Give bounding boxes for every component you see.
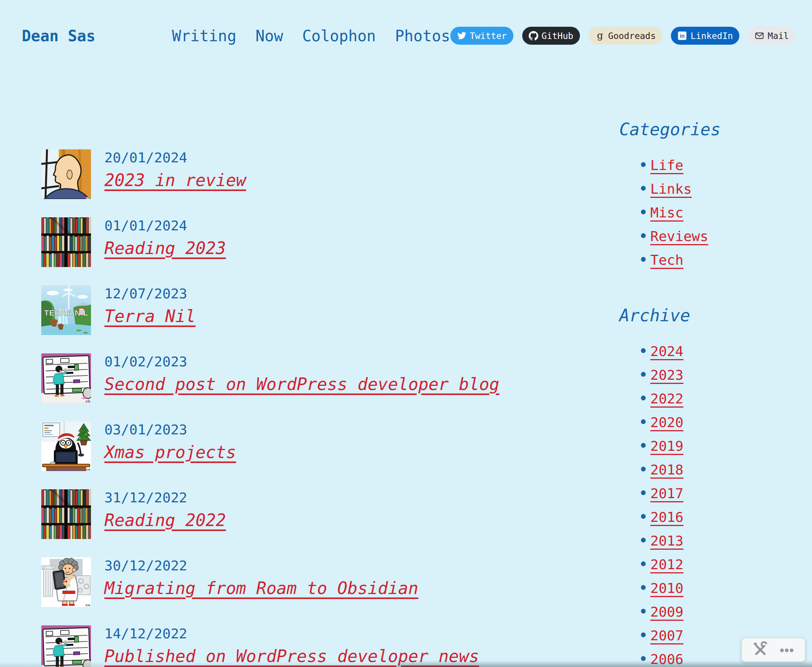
sidebar-list-item: 2018 bbox=[650, 458, 793, 482]
post-title-link[interactable]: Reading 2022 bbox=[104, 510, 226, 530]
sidebar-list-item: Tech bbox=[650, 248, 793, 272]
post-row: 20/01/2024 2023 in review bbox=[41, 149, 619, 199]
sidebar-list-item: 2012 bbox=[650, 553, 793, 576]
post-date: 01/02/2023 bbox=[104, 354, 499, 369]
post-title-link[interactable]: Published on WordPress developer news bbox=[104, 646, 479, 666]
nav-link-photos[interactable]: Photos bbox=[395, 27, 450, 45]
mail-icon bbox=[755, 31, 764, 40]
post-thumbnail[interactable] bbox=[41, 217, 91, 267]
github-icon bbox=[529, 31, 538, 40]
category-link-misc[interactable]: Misc bbox=[650, 205, 684, 221]
post-thumbnail[interactable] bbox=[41, 489, 91, 539]
archive-link-2023[interactable]: 2023 bbox=[650, 367, 684, 383]
archive-link-2013[interactable]: 2013 bbox=[650, 533, 684, 549]
post-date: 31/12/2022 bbox=[104, 490, 226, 505]
svg-text:g: g bbox=[597, 31, 603, 40]
post-thumbnail[interactable] bbox=[41, 557, 91, 607]
post-title-link[interactable]: 2023 in review bbox=[104, 170, 246, 190]
post-title-link[interactable]: Reading 2023 bbox=[104, 238, 226, 258]
post-title-link[interactable]: Terra Nil bbox=[104, 306, 195, 326]
nav-link-now[interactable]: Now bbox=[255, 27, 283, 45]
archive-link-2019[interactable]: 2019 bbox=[650, 438, 684, 454]
archive-link-2024[interactable]: 2024 bbox=[650, 343, 684, 359]
sidebar-list-item: 2022 bbox=[650, 387, 793, 411]
sidebar-list-item: Reviews bbox=[650, 225, 793, 248]
post-row: 30/12/2022 Migrating from Roam to Obsidi… bbox=[41, 557, 619, 607]
post-row: 01/01/2024 Reading 2023 bbox=[41, 217, 619, 267]
sidebar-list-item: 2020 bbox=[650, 411, 793, 434]
categories-heading: Categories bbox=[619, 119, 793, 140]
sidebar-list-item: 2009 bbox=[650, 600, 793, 624]
site-header: Dean Sas WritingNowColophonPhotos Twitte… bbox=[0, 0, 812, 45]
sidebar-list-item: 2017 bbox=[650, 482, 793, 505]
post-title-link[interactable]: Xmas projects bbox=[104, 442, 236, 462]
main-nav: WritingNowColophonPhotos bbox=[172, 27, 450, 45]
archive-link-2017[interactable]: 2017 bbox=[650, 486, 684, 501]
post-thumbnail[interactable] bbox=[41, 626, 91, 667]
sidebar-list-item: 2010 bbox=[650, 576, 793, 600]
twitter-icon bbox=[457, 31, 466, 40]
post-row: TERRA NIL 12/07/2023 Terra Nil bbox=[41, 285, 619, 335]
post-thumbnail[interactable] bbox=[41, 421, 91, 471]
post-date: 01/01/2024 bbox=[104, 218, 226, 234]
archive-link-2020[interactable]: 2020 bbox=[650, 415, 684, 430]
svg-text:in: in bbox=[680, 33, 685, 39]
post-date: 03/01/2023 bbox=[104, 422, 236, 437]
archive-link-2012[interactable]: 2012 bbox=[650, 557, 684, 572]
archive-link-2018[interactable]: 2018 bbox=[650, 462, 684, 478]
archive-link-2009[interactable]: 2009 bbox=[650, 604, 684, 620]
post-thumbnail[interactable]: TERRA NIL bbox=[41, 285, 91, 335]
archive-heading: Archive bbox=[619, 305, 793, 326]
page: Dean Sas WritingNowColophonPhotos Twitte… bbox=[0, 0, 812, 667]
category-link-links[interactable]: Links bbox=[650, 181, 692, 197]
post-title-link[interactable]: Second post on WordPress developer blog bbox=[104, 374, 499, 394]
category-link-life[interactable]: Life bbox=[650, 158, 684, 173]
social-button-mail[interactable]: Mail bbox=[748, 27, 795, 45]
post-thumbnail[interactable] bbox=[41, 353, 91, 403]
archive-link-2010[interactable]: 2010 bbox=[650, 580, 684, 596]
post-row: 14/12/2022 Published on WordPress develo… bbox=[41, 626, 619, 667]
post-date: 30/12/2022 bbox=[104, 558, 418, 573]
social-button-linkedin[interactable]: in LinkedIn bbox=[671, 27, 739, 45]
social-button-github[interactable]: GitHub bbox=[522, 27, 580, 45]
post-date: 14/12/2022 bbox=[104, 626, 479, 641]
sidebar-list-item: Links bbox=[650, 177, 793, 201]
sidebar-list-item: 2019 bbox=[650, 434, 793, 458]
post-row: 31/12/2022 Reading 2022 bbox=[41, 489, 619, 539]
social-button-goodreads[interactable]: g Goodreads bbox=[589, 27, 662, 45]
post-row: 03/01/2023 Xmas projects bbox=[41, 421, 619, 471]
goodreads-icon: g bbox=[595, 31, 605, 40]
archive-link-2006[interactable]: 2006 bbox=[650, 651, 684, 667]
sidebar: Categories Life Links Misc Reviews Tech … bbox=[619, 119, 793, 667]
main-layout: 20/01/2024 2023 in review bbox=[0, 119, 812, 667]
category-link-tech[interactable]: Tech bbox=[650, 252, 684, 268]
post-row: 01/02/2023 Second post on WordPress deve… bbox=[41, 353, 619, 403]
floating-toolbar bbox=[741, 637, 805, 662]
social-button-twitter[interactable]: Twitter bbox=[450, 27, 513, 45]
linkedin-icon: in bbox=[677, 31, 687, 40]
sidebar-list-item: Misc bbox=[650, 201, 793, 225]
post-date: 20/01/2024 bbox=[104, 150, 246, 166]
category-list: Life Links Misc Reviews Tech bbox=[619, 154, 793, 272]
social-links: Twitter GitHub g Goodreads in LinkedIn M… bbox=[450, 27, 795, 45]
sidebar-list-item: 2016 bbox=[650, 505, 793, 529]
post-list: 20/01/2024 2023 in review bbox=[41, 119, 619, 667]
sidebar-list-item: 2013 bbox=[650, 529, 793, 553]
category-link-reviews[interactable]: Reviews bbox=[650, 229, 709, 244]
archive-link-2016[interactable]: 2016 bbox=[650, 509, 684, 525]
post-title-link[interactable]: Migrating from Roam to Obsidian bbox=[104, 578, 418, 598]
archive-link-2007[interactable]: 2007 bbox=[650, 628, 684, 643]
sidebar-list-item: 2023 bbox=[650, 363, 793, 387]
post-thumbnail[interactable] bbox=[41, 149, 91, 199]
archive-list: 2024 2023 2022 2020 2019 2018 2017 2016 … bbox=[619, 340, 793, 667]
terra-nil-logo-text: TERRA NIL bbox=[44, 308, 88, 317]
post-date: 12/07/2023 bbox=[104, 286, 195, 301]
ellipsis-icon[interactable] bbox=[779, 642, 795, 657]
sidebar-list-item: Life bbox=[650, 154, 793, 177]
site-logo[interactable]: Dean Sas bbox=[22, 27, 96, 45]
nav-link-writing[interactable]: Writing bbox=[172, 27, 237, 45]
archive-link-2022[interactable]: 2022 bbox=[650, 391, 684, 407]
sidebar-list-item: 2024 bbox=[650, 340, 793, 363]
nav-link-colophon[interactable]: Colophon bbox=[302, 27, 376, 45]
customize-tools-icon[interactable] bbox=[752, 641, 769, 658]
